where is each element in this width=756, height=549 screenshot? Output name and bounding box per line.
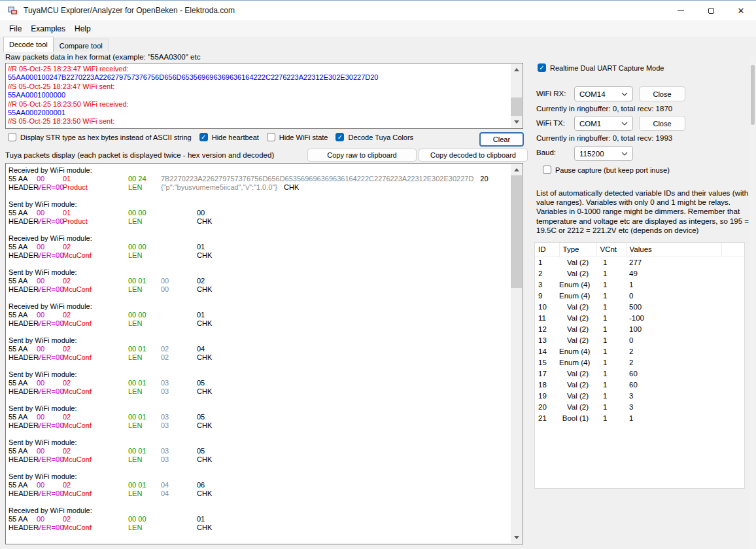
scrollbar-thumb[interactable] — [511, 97, 522, 116]
maximize-button[interactable] — [696, 1, 726, 20]
vars-cell-id: 19 — [535, 390, 559, 401]
checkbox-label: Hide WiFi state — [279, 133, 328, 141]
vars-cell-filler — [721, 390, 744, 401]
vars-col-type[interactable]: Type — [559, 243, 596, 257]
menu-help[interactable]: Help — [70, 22, 95, 36]
option-checkbox[interactable]: Decode Tuya Colors — [335, 133, 413, 141]
packet-cell-chk: 06 — [197, 481, 205, 489]
vars-cell-filler — [721, 401, 744, 412]
packet-cell-hdr: HEADER — [9, 421, 37, 430]
packet-cell-cmd: 02 — [63, 243, 128, 251]
variables-table[interactable]: IDTypeVCntValues 1Val (2)12772Val (2)149… — [534, 242, 745, 489]
vars-col-values[interactable]: Values — [626, 243, 721, 257]
tab-compare-tool[interactable]: Compare tool — [54, 39, 109, 52]
vars-row[interactable]: 14Enum (4)12 — [535, 345, 744, 357]
packet-line: 55 AA000200 010204 — [9, 345, 510, 353]
wifi-tx-status: Currently in ringbuffer: 0, total recv: … — [536, 134, 672, 142]
vars-col-id[interactable]: ID — [535, 243, 559, 257]
vars-row[interactable]: 1Val (2)1277 — [535, 257, 744, 268]
vars-row[interactable]: 11Val (2)1-100 — [535, 312, 744, 323]
scroll-up-icon[interactable] — [511, 164, 522, 175]
minimize-button[interactable] — [666, 1, 696, 20]
packet-cell-data: 03 — [161, 447, 197, 455]
pause-capture-checkbox[interactable]: Pause capture (but keep port inuse) — [543, 166, 670, 174]
packets-display[interactable]: Received by WiFi module:55 AA000100 247B… — [5, 163, 523, 544]
option-checkbox[interactable]: Hide WiFi state — [267, 133, 328, 141]
packet-cell-hdr: 55 AA — [9, 447, 37, 455]
vars-cell-vcnt: 1 — [596, 301, 626, 312]
packet-cell-len: LEN — [128, 183, 161, 192]
clear-button[interactable]: Clear — [479, 132, 524, 147]
vars-cell-values: 0 — [626, 334, 721, 345]
vars-cell-vcnt: 1 — [596, 368, 626, 379]
vars-col-vcnt[interactable]: VCnt — [596, 243, 626, 257]
copy-decoded-button[interactable]: Copy decoded to clipboard — [419, 149, 528, 162]
baud-combo[interactable]: 115200 — [574, 146, 633, 161]
packets-scrollbar[interactable] — [511, 164, 522, 543]
packet-cell-len: LEN — [128, 523, 161, 532]
close-button[interactable]: ✕ — [726, 1, 756, 20]
option-checkbox[interactable]: Hide heartbeat — [199, 133, 259, 141]
packet-cell-ver: VER=00 — [37, 251, 63, 260]
packet-cell-len: LEN — [128, 489, 161, 498]
wifi-tx-close-button[interactable]: Close — [639, 116, 685, 131]
vars-cell-type: Val (2) — [559, 301, 596, 312]
raw-line: 55AA0001000000 — [8, 91, 510, 99]
vars-row[interactable]: 18Val (2)160 — [535, 379, 744, 390]
scrollbar-thumb[interactable] — [511, 175, 522, 288]
vars-row[interactable]: 19Val (2)13 — [535, 390, 744, 401]
packet-cell-chk: CHK — [197, 217, 212, 226]
scrollbar-thumb[interactable] — [751, 65, 755, 125]
tab-decode-tool[interactable]: Decode tool — [3, 37, 54, 52]
vars-row[interactable]: 10Val (2)1500 — [535, 301, 744, 312]
vars-row[interactable]: 21Bool (1)11 — [535, 412, 744, 423]
window-scrollbar[interactable] — [750, 56, 755, 549]
wifi-tx-port-combo[interactable]: COM1 — [574, 116, 633, 131]
packet-cell-chk: CHK — [197, 489, 212, 498]
packet-cell-chk: 05 — [197, 413, 205, 421]
packet: Sent by WiFi module:55 AA000200 010002HE… — [9, 268, 510, 294]
packet-cell-chk: 05 — [197, 447, 205, 455]
copy-raw-button[interactable]: Copy raw to clipboard — [307, 149, 417, 162]
packet-cell-len: 00 00 — [128, 209, 161, 217]
raw-packets-textarea[interactable]: //R 05-Oct-25 18:23:47 WiFi received:55A… — [5, 63, 523, 129]
packet: Sent by WiFi module:55 AA000100 0000HEAD… — [9, 200, 510, 226]
vars-row[interactable]: 17Val (2)160 — [535, 368, 744, 379]
realtime-capture-checkbox[interactable]: Realtime Dual UART Capture Mode — [538, 63, 664, 72]
packet-cell-cmd: Product — [63, 183, 128, 192]
menu-file[interactable]: File — [5, 22, 26, 36]
packet-cell-chk: CHK — [284, 183, 299, 192]
vars-row[interactable]: 12Val (2)1100 — [535, 323, 744, 334]
packet-line: HEADERVER=00McuConfLENCHK — [9, 523, 510, 532]
packet-line: HEADERVER=00McuConfLEN00CHK — [9, 285, 510, 294]
vars-cell-vcnt: 1 — [596, 312, 626, 323]
chevron-down-icon — [621, 92, 628, 96]
vars-row[interactable]: 15Enum (4)12 — [535, 357, 744, 368]
vars-row[interactable]: 9Enum (4)10 — [535, 290, 744, 301]
packet-cell-len: LEN — [128, 455, 161, 464]
scroll-up-icon[interactable] — [511, 64, 522, 75]
vars-row[interactable]: 2Val (2)149 — [535, 268, 744, 279]
vars-cell-vcnt: 1 — [596, 268, 626, 279]
scroll-down-icon[interactable] — [511, 116, 522, 128]
raw-textarea-scrollbar[interactable] — [511, 64, 522, 128]
vars-cell-vcnt: 1 — [596, 257, 626, 268]
vars-cell-filler — [721, 412, 744, 423]
scroll-down-icon[interactable] — [511, 532, 522, 543]
packet-cell-cmd: 02 — [63, 515, 128, 523]
packet-direction: Sent by WiFi module: — [9, 200, 510, 209]
vars-row[interactable]: 3Enum (4)11 — [535, 279, 744, 290]
packet: Sent by WiFi module:55 AA000200 010204HE… — [9, 336, 510, 362]
vars-row[interactable]: 13Val (2)10 — [535, 334, 744, 345]
packet-cell-cmd: McuConf — [63, 387, 128, 396]
packet-cell-cmd: McuConf — [63, 353, 128, 362]
option-checkbox[interactable]: Display STR type as hex bytes instead of… — [8, 133, 192, 141]
packet-cell-chk: 20 — [480, 175, 488, 183]
packet-cell-len: 00 01 — [128, 277, 161, 285]
packet-line: HEADERVER=00McuConfLENCHK — [9, 251, 510, 260]
wifi-rx-port-combo[interactable]: COM14 — [574, 86, 633, 101]
packet-cell-ver: VER=00 — [37, 455, 63, 464]
vars-row[interactable]: 20Val (2)13 — [535, 401, 744, 412]
wifi-rx-close-button[interactable]: Close — [639, 86, 685, 101]
menu-examples[interactable]: Examples — [26, 22, 70, 36]
